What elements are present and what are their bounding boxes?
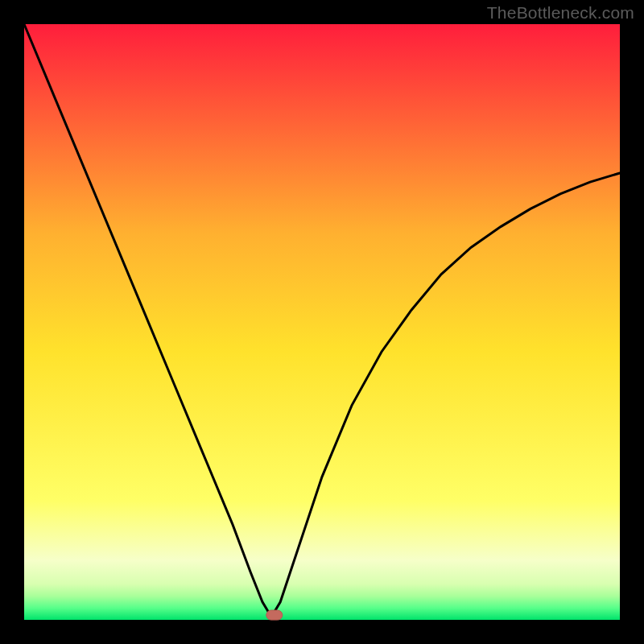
optimal-point-marker <box>266 610 283 620</box>
bottleneck-chart <box>0 0 644 644</box>
watermark-text: TheBottleneck.com <box>487 3 634 23</box>
chart-stage: TheBottleneck.com <box>0 0 644 644</box>
plot-background <box>24 24 620 620</box>
